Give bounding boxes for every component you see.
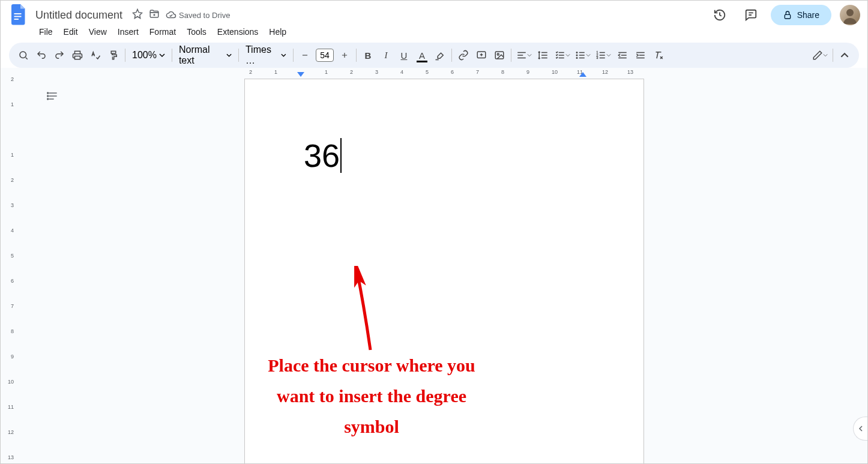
vertical-ruler[interactable]: 2 1 1 2 3 4 5 6 7 8 9 10 11 12 13 [1, 68, 17, 464]
italic-button[interactable]: I [378, 47, 394, 64]
ruler-tick: 5 [426, 69, 429, 75]
separator [511, 49, 511, 62]
horizontal-ruler[interactable]: 2 1 1 2 3 4 5 6 7 8 9 10 11 12 13 [240, 68, 648, 79]
ruler-tick: 10 [552, 69, 558, 75]
svg-point-10 [576, 52, 577, 53]
svg-rect-6 [75, 56, 80, 59]
add-comment-button[interactable] [473, 47, 490, 64]
highlight-button[interactable] [432, 47, 448, 64]
menu-help[interactable]: Help [264, 25, 291, 39]
insert-image-button[interactable] [491, 47, 508, 64]
paint-format-button[interactable] [105, 47, 122, 64]
star-icon[interactable] [132, 8, 143, 22]
ruler-tick: 1 [5, 152, 14, 158]
ruler-tick: 6 [451, 69, 454, 75]
undo-button[interactable] [33, 47, 50, 64]
menu-insert[interactable]: Insert [113, 25, 143, 39]
editing-mode-button[interactable] [810, 47, 830, 64]
align-button[interactable] [514, 47, 534, 64]
chevron-down-icon [226, 52, 232, 58]
svg-point-17 [47, 95, 49, 97]
right-indent-marker[interactable] [579, 72, 586, 78]
account-avatar[interactable] [840, 5, 860, 25]
paragraph-style-dropdown[interactable]: Normal text [175, 44, 235, 66]
increase-font-size-button[interactable] [336, 47, 353, 64]
svg-text:3: 3 [596, 56, 598, 59]
line-spacing-button[interactable] [535, 47, 552, 64]
ruler-tick: 5 [5, 253, 14, 259]
first-line-indent-marker[interactable] [297, 72, 304, 78]
title-bar: Untitled document Saved to Drive Share [1, 1, 867, 25]
svg-point-16 [47, 92, 49, 94]
ruler-tick: 11 [5, 404, 14, 410]
separator [833, 49, 833, 62]
ruler-tick: 13 [627, 69, 633, 75]
font-size-input[interactable] [316, 49, 334, 62]
menu-edit[interactable]: Edit [59, 25, 83, 39]
document-body[interactable]: 36 [304, 137, 342, 174]
decrease-indent-button[interactable] [614, 47, 631, 64]
collapse-toolbar-button[interactable] [836, 47, 853, 64]
underline-button[interactable]: U [396, 47, 412, 64]
side-panel-toggle[interactable] [853, 417, 867, 441]
search-icon[interactable] [15, 47, 32, 64]
ruler-tick: 10 [5, 379, 14, 385]
svg-point-11 [576, 55, 577, 56]
document-title[interactable]: Untitled document [32, 8, 126, 23]
menu-extensions[interactable]: Extensions [212, 25, 263, 39]
separator [238, 49, 239, 62]
svg-point-12 [576, 58, 577, 59]
svg-point-18 [47, 98, 49, 100]
ruler-tick: 8 [501, 69, 504, 75]
print-button[interactable] [69, 47, 86, 64]
insert-link-button[interactable] [455, 47, 472, 64]
redo-button[interactable] [51, 47, 68, 64]
svg-rect-3 [785, 14, 790, 19]
menu-format[interactable]: Format [145, 25, 181, 39]
checklist-button[interactable] [553, 47, 572, 64]
bold-button[interactable]: B [360, 47, 376, 64]
ruler-tick: 13 [5, 454, 14, 460]
separator [125, 49, 125, 62]
menu-file[interactable]: File [34, 25, 58, 39]
menu-tools[interactable]: Tools [182, 25, 211, 39]
comment-icon[interactable] [740, 4, 762, 26]
ruler-tick: 2 [5, 76, 14, 82]
decrease-font-size-button[interactable] [297, 47, 313, 64]
numbered-list-button[interactable]: 123 [594, 47, 613, 64]
svg-point-5 [20, 52, 26, 58]
font-value: Times … [246, 44, 279, 66]
toolbar: 100% Normal text Times … B I U A 123 [9, 43, 859, 68]
bulleted-list-button[interactable] [573, 47, 592, 64]
save-status-text: Saved to Drive [179, 11, 230, 20]
ruler-tick: 8 [5, 328, 14, 334]
annotation-text: Place the cursor where you want to inser… [258, 350, 486, 442]
clear-formatting-button[interactable] [650, 47, 667, 64]
zoom-value: 100% [132, 50, 157, 61]
move-icon[interactable] [149, 8, 160, 22]
text-color-button[interactable]: A [414, 47, 430, 64]
canvas-area: 2 1 1 2 3 4 5 6 7 8 9 10 11 12 13 36 [17, 68, 867, 464]
style-value: Normal text [179, 44, 224, 66]
ruler-tick: 6 [5, 278, 14, 284]
chevron-down-icon [159, 52, 165, 58]
ruler-tick: 1 [325, 69, 328, 75]
font-dropdown[interactable]: Times … [242, 44, 290, 66]
increase-indent-button[interactable] [632, 47, 649, 64]
spellcheck-button[interactable] [87, 47, 104, 64]
document-text-content: 36 [304, 137, 340, 174]
chevron-down-icon [281, 52, 286, 58]
svg-rect-2 [14, 19, 19, 20]
save-status[interactable]: Saved to Drive [166, 10, 230, 20]
svg-rect-0 [14, 13, 22, 14]
docs-logo[interactable] [8, 4, 29, 26]
document-outline-button[interactable] [44, 87, 62, 105]
history-icon[interactable] [708, 4, 731, 26]
zoom-dropdown[interactable]: 100% [128, 50, 169, 61]
ruler-tick: 2 [350, 69, 353, 75]
separator [356, 49, 357, 62]
workspace: 2 1 1 2 3 4 5 6 7 8 9 10 11 12 13 2 1 1 … [1, 68, 867, 464]
share-button[interactable]: Share [771, 5, 831, 25]
menu-view[interactable]: View [84, 25, 112, 39]
menu-bar: File Edit View Insert Format Tools Exten… [1, 25, 867, 43]
